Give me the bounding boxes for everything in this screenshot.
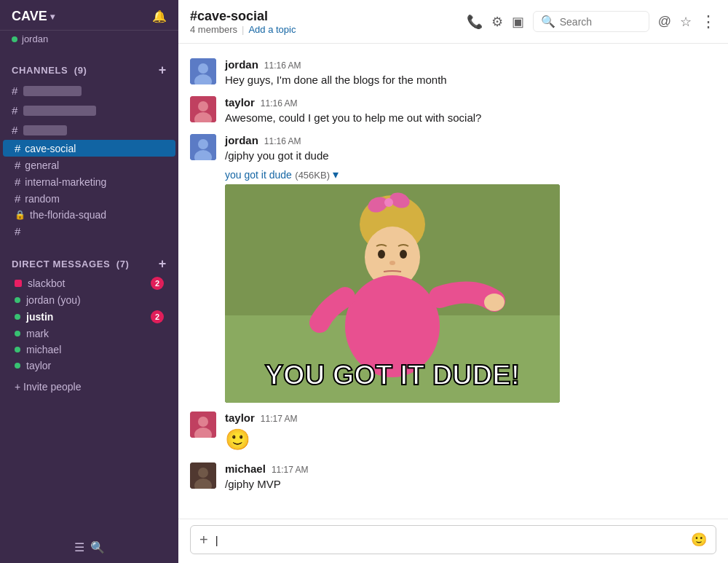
settings-icon[interactable]: ⚙ [491, 14, 503, 30]
message-content: jordan 11:16 AM Hey guys, I'm done all t… [225, 58, 716, 87]
channel-name-heading: #cave-social [190, 9, 467, 24]
svg-point-18 [400, 250, 407, 259]
hash-icon: # [15, 225, 20, 237]
layout-icon[interactable]: ▣ [512, 14, 524, 30]
message-author: taylor [225, 412, 255, 424]
workspace-chevron-icon: ▾ [50, 12, 55, 22]
message-header: jordan 11:16 AM [225, 58, 716, 71]
online-dot [15, 314, 20, 320]
message-content: jordan 11:16 AM /giphy you got it dude y… [225, 134, 716, 403]
message-row: jordan 11:16 AM Hey guys, I'm done all t… [178, 55, 728, 90]
dm-name: taylor [26, 360, 51, 371]
avatar [190, 134, 216, 160]
channels-label: CHANNELS (9) [12, 65, 87, 76]
channel-item-internal-marketing[interactable]: # internal-marketing [3, 173, 175, 190]
giphy-link[interactable]: you got it dude [225, 169, 292, 181]
giphy-size: (456KB) [295, 170, 332, 181]
dm-label: DIRECT MESSAGES (7) [12, 259, 130, 269]
gif-image: YOU GOT IT DUDE! [225, 184, 560, 403]
menu-icon[interactable]: ☰ [74, 540, 84, 554]
message-text: 🙂 [225, 425, 716, 454]
svg-text:YOU GOT IT DUDE!: YOU GOT IT DUDE! [265, 360, 520, 390]
bell-icon[interactable]: 🔔 [152, 9, 167, 23]
add-topic-button[interactable]: Add a topic [248, 24, 296, 35]
dm-item-taylor[interactable]: taylor [3, 358, 175, 374]
message-row: taylor 11:16 AM Awesome, could I get you… [178, 93, 728, 128]
svg-point-7 [198, 139, 208, 149]
at-icon[interactable]: @ [658, 14, 671, 29]
channel-item-general[interactable]: # general [3, 157, 175, 173]
search-icon[interactable]: 🔍 [90, 540, 105, 554]
message-text: Awesome, could I get you to help me out … [225, 110, 716, 125]
dm-name: justin [26, 311, 53, 323]
message-header: taylor 11:16 AM [225, 96, 716, 109]
dm-item-justin[interactable]: justin 2 [3, 308, 175, 326]
message-row: jordan 11:16 AM /giphy you got it dude y… [178, 131, 728, 406]
blurred-channel-2: # [0, 101, 178, 120]
channel-name: general [25, 160, 59, 171]
message-input-box[interactable]: + 🙂 [190, 525, 716, 554]
add-dm-button[interactable]: + [159, 257, 167, 270]
channel-item-cave-social[interactable]: # cave-social [3, 140, 175, 157]
avatar [190, 462, 216, 489]
channel-header: #cave-social 4 members | Add a topic 📞 ⚙… [178, 0, 728, 44]
avatar [190, 412, 216, 438]
message-text: /giphy MVP [225, 476, 716, 492]
online-dot [15, 331, 20, 336]
invite-label: + Invite people [15, 381, 81, 393]
dm-item-jordan[interactable]: jordan (you) [3, 292, 175, 308]
dm-item-slackbot[interactable]: slackbot 2 [3, 275, 175, 292]
slackbot-icon [15, 280, 22, 287]
invite-people-button[interactable]: + Invite people [3, 377, 175, 397]
message-text: Hey guys, I'm done all the blogs for the… [225, 72, 716, 87]
online-status-dot [12, 36, 17, 42]
message-author: jordan [225, 134, 258, 146]
hash-icon: # [15, 192, 20, 205]
message-header: michael 11:17 AM [225, 462, 716, 475]
dm-section-header: DIRECT MESSAGES (7) + [0, 245, 178, 275]
more-icon[interactable]: ⋮ [700, 12, 716, 31]
svg-point-4 [198, 101, 208, 111]
star-icon[interactable]: ☆ [680, 14, 692, 30]
dm-item-michael[interactable]: michael [3, 342, 175, 358]
avatar [190, 58, 216, 84]
messages-list: jordan 11:16 AM Hey guys, I'm done all t… [178, 44, 728, 519]
message-author: jordan [225, 58, 258, 71]
channel-item-empty[interactable]: # [3, 223, 175, 240]
dm-badge: 2 [151, 277, 164, 290]
svg-point-22 [484, 294, 505, 311]
dm-item-mark[interactable]: mark [3, 326, 175, 342]
message-input[interactable] [215, 534, 684, 546]
sidebar-header: CAVE ▾ 🔔 [0, 0, 178, 31]
channel-item-random[interactable]: # random [3, 190, 175, 207]
message-author: michael [225, 462, 266, 475]
lock-icon: 🔒 [15, 210, 25, 220]
main-content: #cave-social 4 members | Add a topic 📞 ⚙… [178, 0, 728, 563]
search-box[interactable]: 🔍 [533, 11, 649, 32]
phone-icon[interactable]: 📞 [467, 14, 483, 30]
add-attachment-button[interactable]: + [199, 532, 208, 547]
blurred-channel-3: # [0, 120, 178, 140]
giphy-container: you got it dude (456KB) ▾ [225, 168, 716, 403]
search-input[interactable] [560, 16, 633, 28]
emoji-picker-button[interactable]: 🙂 [691, 532, 707, 548]
separator: | [242, 24, 244, 35]
dm-badge: 2 [151, 310, 164, 323]
message-row: taylor 11:17 AM 🙂 [178, 409, 728, 457]
dm-name: mark [26, 328, 49, 339]
message-time: 11:16 AM [261, 98, 298, 109]
hash-icon: # [15, 159, 20, 171]
svg-point-1 [198, 63, 208, 74]
channel-item-florida-squad[interactable]: 🔒 the-florida-squad [3, 207, 175, 223]
header-actions: 📞 ⚙ ▣ 🔍 @ ☆ ⋮ [467, 11, 716, 32]
message-header: taylor 11:17 AM [225, 412, 716, 424]
workspace-name[interactable]: CAVE ▾ [12, 9, 55, 24]
sidebar-footer: ☰ 🔍 [0, 532, 178, 563]
user-status: jordan [0, 31, 178, 52]
channel-name: internal-marketing [25, 176, 106, 188]
blurred-channel-1: # [0, 81, 178, 101]
online-dot [15, 297, 20, 303]
giphy-dropdown-icon[interactable]: ▾ [333, 168, 339, 181]
add-channel-button[interactable]: + [159, 63, 167, 76]
channels-count: (9) [74, 65, 87, 76]
